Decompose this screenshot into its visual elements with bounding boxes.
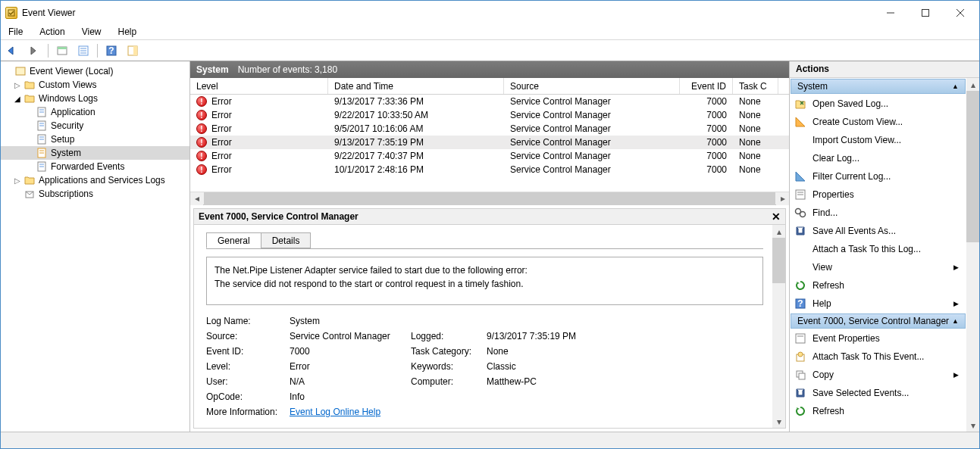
action-item[interactable]: Attach Task To This Event... <box>790 348 966 366</box>
tree-apps-logs[interactable]: ▷ Applications and Services Logs <box>1 173 189 187</box>
action-item[interactable]: Refresh <box>790 276 966 295</box>
error-icon: ! <box>196 137 207 148</box>
show-tree-button[interactable] <box>53 42 71 60</box>
event-row[interactable]: !Error9/22/2017 10:33:50 AMService Contr… <box>190 108 789 122</box>
help-button[interactable]: ? <box>102 42 121 60</box>
action-item[interactable]: Open Saved Log... <box>790 95 966 113</box>
action-item[interactable]: Clear Log... <box>790 149 966 167</box>
action-item[interactable]: Save Selected Events... <box>790 384 966 402</box>
detail-vertical-scrollbar[interactable]: ▴ ▾ <box>772 225 785 428</box>
submenu-arrow-icon: ▶ <box>953 300 959 307</box>
action-icon <box>794 207 806 219</box>
minimize-button[interactable] <box>873 2 908 24</box>
action-item[interactable]: Attach a Task To this Log... <box>790 240 966 258</box>
scroll-left-icon[interactable]: ◂ <box>190 192 203 205</box>
event-viewer-icon <box>14 65 27 77</box>
col-level[interactable]: Level <box>190 78 328 94</box>
svg-rect-11 <box>133 46 137 55</box>
action-item[interactable]: Import Custom View... <box>790 131 966 149</box>
tab-details[interactable]: Details <box>261 232 312 248</box>
action-icon <box>794 405 806 417</box>
actions-vertical-scrollbar[interactable]: ▴ ▾ <box>966 78 979 432</box>
col-source[interactable]: Source <box>504 78 680 94</box>
close-button[interactable] <box>943 2 978 24</box>
event-row[interactable]: !Error9/13/2017 7:33:36 PMService Contro… <box>190 95 789 108</box>
tab-general[interactable]: General <box>206 232 261 248</box>
scroll-down-icon[interactable]: ▾ <box>772 415 785 428</box>
action-item[interactable]: Save All Events As... <box>790 222 966 240</box>
scroll-down-icon[interactable]: ▾ <box>966 419 979 432</box>
event-row[interactable]: !Error9/5/2017 10:16:06 AMService Contro… <box>190 122 789 136</box>
collapse-icon: ▲ <box>952 83 959 90</box>
scroll-right-icon[interactable]: ▸ <box>776 192 789 205</box>
action-item[interactable]: Event Properties <box>790 329 966 348</box>
event-row[interactable]: !Error10/1/2017 2:48:16 PMService Contro… <box>190 163 789 176</box>
tree-root[interactable]: Event Viewer (Local) <box>1 64 189 78</box>
action-icon <box>794 387 806 399</box>
submenu-arrow-icon: ▶ <box>953 263 959 271</box>
svg-point-39 <box>798 352 803 357</box>
action-item[interactable]: ?Help▶ <box>790 295 966 313</box>
online-help-link[interactable]: Event Log Online Help <box>290 407 380 417</box>
scroll-up-icon[interactable]: ▴ <box>772 225 785 238</box>
action-item[interactable]: Copy▶ <box>790 366 966 384</box>
menu-bar: File Action View Help <box>1 24 979 40</box>
action-icon <box>794 134 806 146</box>
center-pane: System Number of events: 3,180 Level Dat… <box>190 61 790 432</box>
properties-button[interactable] <box>74 42 92 60</box>
col-date[interactable]: Date and Time <box>328 78 504 94</box>
tree-log-security[interactable]: Security <box>1 119 189 133</box>
action-icon: ? <box>794 298 806 310</box>
svg-rect-12 <box>16 67 25 75</box>
event-row[interactable]: !Error9/13/2017 7:35:19 PMService Contro… <box>190 136 789 149</box>
col-event-id[interactable]: Event ID <box>680 78 733 94</box>
action-icon <box>794 279 806 292</box>
action-icon <box>794 116 806 128</box>
expand-icon[interactable]: ▷ <box>11 176 23 185</box>
collapse-icon[interactable]: ◢ <box>11 95 23 103</box>
menu-action[interactable]: Action <box>36 25 67 39</box>
forward-button[interactable] <box>25 42 43 60</box>
event-row[interactable]: !Error9/22/2017 7:40:37 PMService Contro… <box>190 149 789 163</box>
scroll-thumb[interactable] <box>204 192 775 205</box>
tree-log-application[interactable]: Application <box>1 105 189 119</box>
action-icon <box>794 98 806 110</box>
scroll-thumb[interactable] <box>966 91 979 242</box>
scroll-thumb[interactable] <box>772 238 785 283</box>
tree-custom-views[interactable]: ▷ Custom Views <box>1 78 189 92</box>
action-icon <box>794 152 806 164</box>
menu-view[interactable]: View <box>79 25 105 39</box>
back-button[interactable] <box>4 42 22 60</box>
actions-pane: Actions System▲Open Saved Log...Create C… <box>790 61 979 432</box>
toolbar: ? <box>1 40 979 61</box>
action-item[interactable]: Create Custom View... <box>790 113 966 131</box>
menu-file[interactable]: File <box>5 25 26 39</box>
scroll-up-icon[interactable]: ▴ <box>966 78 979 91</box>
action-item[interactable]: Properties <box>790 186 966 204</box>
detail-header: Event 7000, Service Control Manager ✕ <box>193 208 786 225</box>
col-task-category[interactable]: Task C <box>733 78 778 94</box>
tree-log-setup[interactable]: Setup <box>1 133 189 146</box>
tree-subscriptions[interactable]: Subscriptions <box>1 187 189 201</box>
actions-header: Actions <box>790 61 979 78</box>
horizontal-scrollbar[interactable]: ◂ ▸ <box>190 192 789 204</box>
action-item[interactable]: Refresh <box>790 402 966 420</box>
log-icon <box>36 161 48 173</box>
svg-text:?: ? <box>108 45 114 56</box>
actions-group-header[interactable]: System▲ <box>791 79 966 94</box>
action-item[interactable]: Find... <box>790 204 966 222</box>
svg-rect-3 <box>58 47 67 49</box>
tree-windows-logs[interactable]: ◢ Windows Logs <box>1 92 189 105</box>
tree-log-forwarded[interactable]: Forwarded Events <box>1 160 189 173</box>
menu-help[interactable]: Help <box>115 25 140 39</box>
action-item[interactable]: View▶ <box>790 258 966 276</box>
actions-group-header[interactable]: Event 7000, Service Control Manager▲ <box>791 313 966 329</box>
submenu-arrow-icon: ▶ <box>953 371 959 379</box>
expand-icon[interactable]: ▷ <box>11 81 23 89</box>
close-detail-button[interactable]: ✕ <box>772 210 781 223</box>
tree-log-system[interactable]: System <box>1 146 189 160</box>
action-icon <box>794 243 806 255</box>
action-pane-button[interactable] <box>124 42 142 60</box>
maximize-button[interactable] <box>908 2 943 24</box>
action-item[interactable]: Filter Current Log... <box>790 167 966 186</box>
